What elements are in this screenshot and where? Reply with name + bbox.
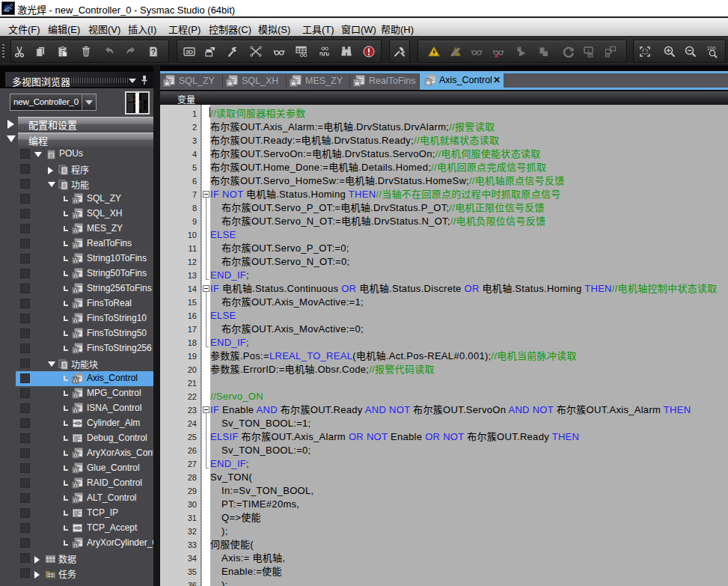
svg-text:100: 100 xyxy=(707,46,716,51)
svg-text:1: 1 xyxy=(587,49,590,53)
svg-text:mo: mo xyxy=(4,8,9,13)
svg-text:?: ? xyxy=(151,47,156,56)
svg-text:3D: 3D xyxy=(186,49,193,55)
